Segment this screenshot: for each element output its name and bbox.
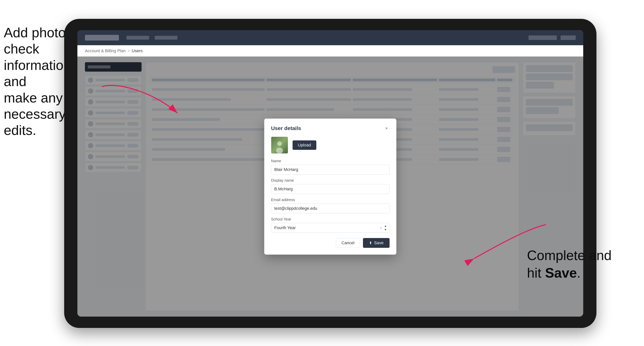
modal-header: User details × xyxy=(271,125,390,131)
modal-overlay: User details × xyxy=(78,56,583,317)
svg-point-1 xyxy=(276,148,283,153)
photo-inner xyxy=(271,137,288,153)
school-year-wrapper: × ▲ ▼ xyxy=(271,223,390,233)
modal-close-button[interactable]: × xyxy=(384,125,390,131)
svg-point-0 xyxy=(277,141,282,146)
email-field-group: Email address xyxy=(271,198,390,213)
display-name-label: Display name xyxy=(271,178,390,183)
breadcrumb-users[interactable]: Users xyxy=(132,48,142,53)
upload-photo-button[interactable]: Upload xyxy=(292,140,316,150)
cancel-button[interactable]: Cancel xyxy=(336,238,360,248)
name-label: Name xyxy=(271,159,390,163)
save-icon: ⬆ xyxy=(369,241,372,245)
header-right-item xyxy=(528,35,557,40)
school-year-label: School Year xyxy=(271,217,390,221)
header-right-item2 xyxy=(560,35,576,40)
school-year-field-group: School Year × ▲ ▼ xyxy=(271,217,390,233)
breadcrumb-account[interactable]: Account & Billing Plan xyxy=(85,48,126,53)
modal-footer: Cancel ⬆ Save xyxy=(271,238,390,248)
sub-header: Account & Billing Plan > Users xyxy=(78,45,583,56)
save-button[interactable]: ⬆ Save xyxy=(363,238,390,248)
nav-item-settings[interactable] xyxy=(155,36,178,40)
photo-section: Upload xyxy=(271,137,390,154)
school-year-clear-icon[interactable]: × xyxy=(380,226,382,230)
person-silhouette-icon xyxy=(275,140,284,153)
user-details-modal: User details × xyxy=(264,119,396,255)
modal-title: User details xyxy=(271,125,301,131)
app-header xyxy=(78,30,583,45)
school-year-input[interactable] xyxy=(271,223,390,233)
name-input[interactable] xyxy=(271,165,390,174)
main-content: User details × xyxy=(78,56,583,317)
email-label: Email address xyxy=(271,198,390,202)
save-label: Save xyxy=(374,240,384,245)
tablet-screen: Account & Billing Plan > Users xyxy=(78,30,583,317)
display-name-field-group: Display name xyxy=(271,178,390,194)
name-field-group: Name xyxy=(271,159,390,174)
app-nav xyxy=(126,36,178,40)
breadcrumb-sep: > xyxy=(128,48,130,53)
display-name-input[interactable] xyxy=(271,184,390,194)
tablet-frame: Account & Billing Plan > Users xyxy=(64,19,596,328)
nav-item-competitions[interactable] xyxy=(126,36,149,40)
user-photo-thumbnail xyxy=(271,137,288,154)
header-right xyxy=(528,35,576,40)
email-input[interactable] xyxy=(271,203,390,213)
app-logo xyxy=(85,35,119,40)
